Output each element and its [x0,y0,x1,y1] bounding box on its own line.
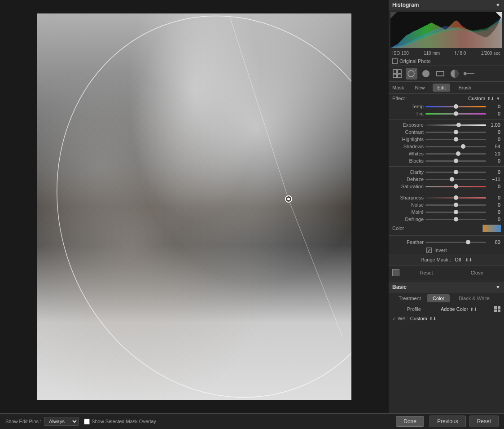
defringe-slider-thumb[interactable] [454,217,458,221]
histogram-collapse-icon[interactable]: ▼ [495,2,500,8]
moire-slider-thumb[interactable] [454,210,458,214]
adjustment-tool-icon[interactable] [463,68,475,80]
contrast-slider-track[interactable] [425,132,486,133]
temp-slider-thumb[interactable] [454,104,458,109]
histogram-section: Histogram ▼ [389,0,504,66]
selection-pin[interactable] [285,195,292,203]
color-label: Color [392,226,404,231]
color-swatch[interactable] [482,225,500,232]
wb-dropdown-arrow[interactable]: ⬆⬇ [429,316,436,321]
contrast-value: 0 [488,129,500,135]
whites-slider-track[interactable] [425,153,486,155]
tint-slider-thumb[interactable] [454,111,458,116]
bottom-reset-button[interactable]: Reset [469,416,499,427]
invert-label: Invert [434,248,447,253]
radial-tool-icon[interactable]: + [406,68,417,80]
moire-slider-row: Moiré 0 [389,208,504,216]
shadows-slider-track[interactable] [425,146,486,147]
sharpness-slider-thumb[interactable] [454,195,458,200]
whites-slider-thumb[interactable] [456,151,460,156]
exposure-slider-thumb[interactable] [456,123,461,127]
saturation-value: 0 [488,184,500,189]
exposure-value: 1.00 [488,122,500,128]
shadows-slider-row: Shadows 54 [389,143,504,150]
photo-container [37,13,351,400]
whites-value: 20 [488,151,500,156]
blacks-slider-track[interactable] [425,160,486,162]
previous-button[interactable]: Previous [429,416,466,427]
tool-icons-row: + [389,66,504,82]
saturation-label: Saturation [392,184,424,189]
mask-edit-button[interactable]: Edit [433,84,450,92]
mask-brush-button[interactable]: Brush [454,84,476,92]
aperture-value: f / 8.0 [455,51,466,56]
close-button[interactable]: Close [454,268,501,277]
saturation-slider-thumb[interactable] [454,184,458,189]
feather-slider-track[interactable] [425,242,486,243]
original-photo-icon [392,58,398,64]
done-button[interactable]: Done [396,416,424,427]
contrast-slider-row: Contrast 0 [389,128,504,136]
saturation-slider-track[interactable] [425,186,486,187]
sharpness-slider-track[interactable] [425,197,486,199]
effect-collapse-icon[interactable]: ▼ [496,96,500,101]
sharpness-value: 0 [488,195,500,200]
noise-slider-row: Noise 0 [389,201,504,208]
gradient-tool-icon[interactable] [449,68,460,80]
highlights-value: 0 [488,137,500,142]
noise-slider-thumb[interactable] [454,203,458,207]
range-mask-dropdown-arrow[interactable]: ⬆⬇ [465,257,472,262]
exposure-slider-track[interactable] [425,124,486,126]
moire-slider-track[interactable] [425,212,486,213]
defringe-slider-track[interactable] [425,219,486,220]
bw-treatment-button[interactable]: Black & White [453,294,495,302]
shadows-slider-thumb[interactable] [461,144,465,149]
color-treatment-button[interactable]: Color [427,294,450,302]
profile-dropdown-arrow[interactable]: ⬆⬇ [470,307,477,312]
basic-title: Basic [392,284,407,290]
effect-dropdown-arrow[interactable]: ⬆⬇ [487,96,494,101]
temp-value: 0 [488,104,500,109]
contrast-label: Contrast [392,129,424,135]
clarity-slider-track[interactable] [425,172,486,173]
profile-value: Adobe Color [441,306,468,312]
clarity-slider-thumb[interactable] [454,170,458,174]
profile-grid-icon[interactable] [494,306,500,312]
tint-slider-track[interactable] [425,113,486,115]
defringe-label: Defringe [392,217,424,222]
shutter-speed: 1/200 sec [481,51,500,56]
reset-button[interactable]: Reset [403,268,450,277]
mask-overlay-checkbox[interactable] [84,419,90,425]
noise-value: 0 [488,202,500,208]
dehaze-slider-track[interactable] [425,179,486,180]
invert-checkbox[interactable] [426,248,432,253]
temp-slider-track[interactable] [425,106,486,107]
wb-icon: ✓ [392,316,396,321]
svg-rect-13 [437,71,444,76]
feather-slider-thumb[interactable] [466,240,470,244]
original-photo-row: Original Photo [389,57,504,66]
mask-new-button[interactable]: New [410,84,429,92]
basic-section: Basic ▼ Treatment : Color Black & White … [389,280,504,325]
dehaze-value: −11 [488,177,500,182]
brush-tool-icon[interactable] [420,68,432,80]
bottom-toolbar: Show Edit Pins : Always Never Selected S… [0,413,504,429]
highlights-slider-track[interactable] [425,139,486,140]
grid-tool-icon[interactable] [391,68,403,80]
highlights-slider-row: Highlights 0 [389,136,504,143]
highlights-slider-thumb[interactable] [454,137,458,142]
dehaze-label: Dehaze [392,177,424,182]
contrast-slider-thumb[interactable] [454,130,458,134]
tint-slider-row: Tint 0 [389,110,504,117]
basic-collapse-icon[interactable]: ▼ [495,284,500,290]
saturation-slider-row: Saturation 0 [389,183,504,190]
rect-tool-icon[interactable] [434,68,446,80]
noise-slider-track[interactable] [425,204,486,206]
clarity-value: 0 [488,169,500,175]
temp-label: Temp [392,104,424,109]
edit-pins-dropdown[interactable]: Always Never Selected [44,417,79,426]
dehaze-slider-thumb[interactable] [450,177,454,181]
mask-label: Mask : [392,85,407,90]
blacks-slider-thumb[interactable] [454,159,458,163]
mask-type-icon [392,269,399,276]
